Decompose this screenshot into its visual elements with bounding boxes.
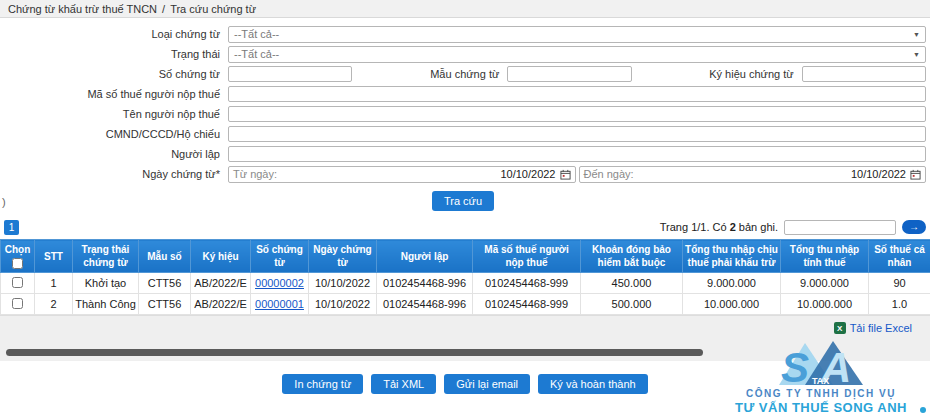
creator-label: Người lập (0, 148, 228, 160)
export-excel-link[interactable]: X Tải file Excel (834, 322, 912, 334)
cell-status: Khởi tạo (73, 273, 139, 294)
pagination-bar: 1 Trang 1/1. Có 2 bản ghi. → (4, 219, 926, 235)
col-doc-no: Số chứng từ (251, 240, 309, 273)
breadcrumb: Chứng từ khấu trừ thuế TNCN / Tra cứu ch… (0, 0, 930, 18)
cell-select (1, 273, 35, 294)
col-select: Chọn (1, 240, 35, 273)
status-select[interactable]: --Tất cả-- ▼ (228, 46, 926, 63)
col-select-label: Chọn (5, 243, 31, 256)
table-header-row: Chọn STT Trạng thái chứng từ Mẫu số Ký h… (1, 240, 930, 273)
col-date: Ngày chứng từ (309, 240, 377, 273)
id-number-label: CMND/CCCD/Hộ chiếu (0, 128, 228, 140)
col-status: Trạng thái chứng từ (73, 240, 139, 273)
cell-stt: 2 (35, 294, 73, 315)
col-symbol: Ký hiệu (191, 240, 251, 273)
results-table: Chọn STT Trạng thái chứng từ Mẫu số Ký h… (0, 239, 930, 315)
row-checkbox[interactable] (12, 277, 23, 288)
cell-taxable-income: 10.000.000 (683, 294, 781, 315)
doc-type-selected-value: --Tất cả-- (234, 28, 279, 40)
excel-icon: X (834, 322, 846, 334)
date-to-value: 10/10/2022 (851, 168, 906, 180)
col-tax-code: Mã số thuế người nộp thuế (473, 240, 581, 273)
calendar-icon[interactable] (560, 169, 571, 180)
date-from-value: 10/10/2022 (500, 168, 555, 180)
goto-page-input[interactable] (784, 220, 896, 235)
calendar-icon[interactable] (910, 169, 921, 180)
cell-form-no: CTT56 (139, 273, 191, 294)
chevron-down-icon: ▼ (913, 31, 920, 38)
cell-taxable-income: 9.000.000 (683, 273, 781, 294)
cell-stt: 1 (35, 273, 73, 294)
cell-assessed-income: 10.000.000 (781, 294, 869, 315)
date-from-field[interactable]: Từ ngày: 10/10/2022 (228, 166, 576, 183)
cell-form-no: CTT56 (139, 294, 191, 315)
taxpayer-code-label: Mã số thuế người nộp thuế (0, 88, 228, 100)
table-row: 1 Khởi tạo CTT56 AB/2022/E 00000002 10/1… (1, 273, 930, 294)
cell-date: 10/10/2022 (309, 273, 377, 294)
row-checkbox[interactable] (12, 298, 23, 309)
doc-number-label: Số chứng từ (0, 68, 228, 80)
doc-form-label: Mẫu chứng từ (352, 68, 507, 80)
svg-text:S: S (781, 344, 809, 386)
print-document-button[interactable]: In chứng từ (282, 374, 363, 394)
export-excel-label: Tải file Excel (850, 322, 912, 334)
horizontal-scrollbar[interactable] (6, 349, 703, 356)
status-label: Trạng thái (0, 48, 228, 60)
cell-doc-no: 00000001 (251, 294, 309, 315)
logo-dot (920, 407, 926, 413)
arrow-right-icon: → (909, 222, 919, 232)
cell-personal-tax: 1.0 (869, 294, 930, 315)
sa-tax-logo-mark: S A TAX (779, 340, 863, 386)
company-name-line2: TƯ VẤN THUẾ SONG ANH (716, 400, 926, 415)
page-number-button[interactable]: 1 (4, 220, 19, 235)
creator-input[interactable] (228, 146, 926, 162)
select-all-checkbox[interactable] (12, 258, 23, 269)
taxpayer-code-input[interactable] (228, 86, 926, 102)
pagination-info: Trang 1/1. Có 2 bản ghi. (660, 221, 778, 233)
sign-complete-button[interactable]: Ký và hoàn thành (538, 374, 648, 394)
doc-type-select[interactable]: --Tất cả-- ▼ (228, 26, 926, 43)
company-name-line1: CÔNG TY TNHH DỊCH VỤ (716, 388, 926, 399)
cell-date: 10/10/2022 (309, 294, 377, 315)
col-assessed-income: Tổng thu nhập tính thuế (781, 240, 869, 273)
taxpayer-name-label: Tên người nộp thuế (0, 108, 228, 120)
company-logo: S A TAX CÔNG TY TNHH DỊCH VỤ TƯ VẤN THUẾ… (716, 340, 926, 415)
date-to-field[interactable]: Đến ngày: 10/10/2022 (579, 166, 927, 183)
cell-doc-no: 00000002 (251, 273, 309, 294)
cell-creator: 0102454468-996 (377, 294, 473, 315)
cell-status: Thành Công (73, 294, 139, 315)
breadcrumb-item-documents[interactable]: Chứng từ khấu trừ thuế TNCN (8, 3, 157, 15)
cell-symbol: AB/2022/E (191, 294, 251, 315)
download-xml-button[interactable]: Tải XML (371, 374, 436, 394)
cell-personal-tax: 90 (869, 273, 930, 294)
doc-number-input[interactable] (228, 66, 352, 82)
goto-page-button[interactable]: → (902, 220, 926, 234)
svg-text:TAX: TAX (812, 376, 829, 386)
search-button[interactable]: Tra cứu (432, 191, 494, 211)
cell-creator: 0102454468-996 (377, 273, 473, 294)
cell-symbol: AB/2022/E (191, 273, 251, 294)
doc-number-link[interactable]: 00000001 (255, 298, 304, 310)
breadcrumb-separator: / (162, 3, 165, 15)
cell-assessed-income: 9.000.000 (781, 273, 869, 294)
cell-insurance: 500.000 (581, 294, 683, 315)
col-insurance: Khoản đóng bảo hiểm bắt buộc (581, 240, 683, 273)
col-stt: STT (35, 240, 73, 273)
stray-text: ) (2, 196, 6, 208)
taxpayer-name-input[interactable] (228, 106, 926, 122)
doc-symbol-label: Ký hiệu chứng từ (632, 68, 802, 80)
table-row: 2 Thành Công CTT56 AB/2022/E 00000001 10… (1, 294, 930, 315)
id-number-input[interactable] (228, 126, 926, 142)
cell-tax-code: 0102454468-999 (473, 294, 581, 315)
resend-email-button[interactable]: Gửi lại email (444, 374, 530, 394)
status-selected-value: --Tất cả-- (234, 48, 279, 60)
doc-date-label: Ngày chứng từ* (0, 168, 228, 180)
cell-tax-code: 0102454468-999 (473, 273, 581, 294)
doc-form-input[interactable] (507, 66, 631, 82)
col-personal-tax: Số thuế cá nhân (869, 240, 930, 273)
doc-symbol-input[interactable] (802, 66, 926, 82)
breadcrumb-item-search: Tra cứu chứng từ (170, 3, 256, 15)
date-to-label: Đến ngày: (584, 168, 634, 180)
chevron-down-icon: ▼ (913, 51, 920, 58)
doc-number-link[interactable]: 00000002 (255, 277, 304, 289)
